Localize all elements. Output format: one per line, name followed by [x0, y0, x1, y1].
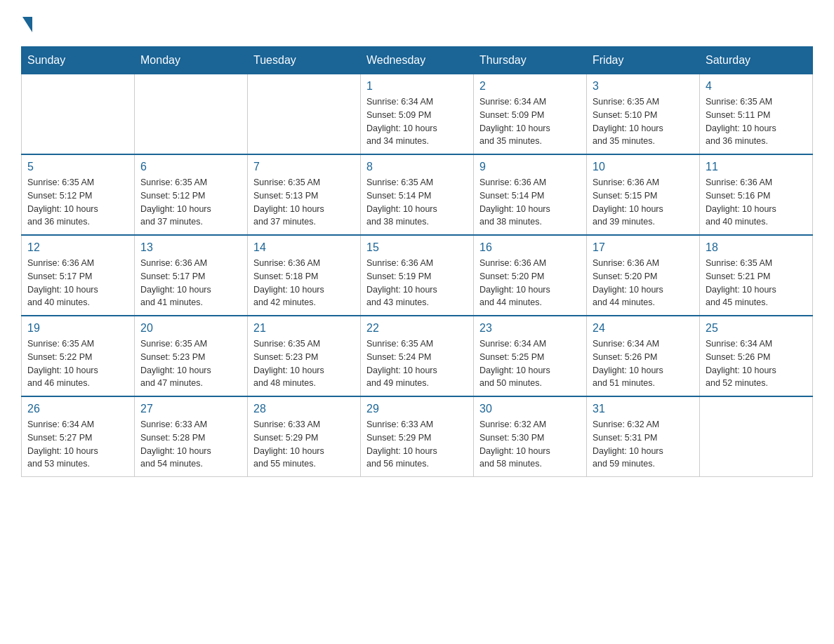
- calendar-cell: 2Sunrise: 6:34 AM Sunset: 5:09 PM Daylig…: [474, 74, 587, 155]
- day-number: 20: [140, 322, 241, 335]
- day-info: Sunrise: 6:34 AM Sunset: 5:27 PM Dayligh…: [27, 418, 128, 471]
- calendar-header-row: SundayMondayTuesdayWednesdayThursdayFrid…: [22, 47, 813, 74]
- day-number: 3: [593, 80, 694, 93]
- day-number: 4: [706, 80, 807, 93]
- day-info: Sunrise: 6:34 AM Sunset: 5:25 PM Dayligh…: [479, 337, 581, 390]
- calendar-cell: 13Sunrise: 6:36 AM Sunset: 5:17 PM Dayli…: [135, 235, 248, 316]
- calendar-cell: [700, 396, 813, 477]
- day-info: Sunrise: 6:35 AM Sunset: 5:12 PM Dayligh…: [27, 176, 128, 229]
- day-info: Sunrise: 6:35 AM Sunset: 5:23 PM Dayligh…: [253, 337, 355, 390]
- calendar-cell: 19Sunrise: 6:35 AM Sunset: 5:22 PM Dayli…: [22, 316, 135, 396]
- day-info: Sunrise: 6:34 AM Sunset: 5:26 PM Dayligh…: [593, 337, 694, 390]
- calendar-cell: 26Sunrise: 6:34 AM Sunset: 5:27 PM Dayli…: [22, 396, 135, 477]
- calendar-week-row: 5Sunrise: 6:35 AM Sunset: 5:12 PM Daylig…: [22, 154, 813, 235]
- page-header: [21, 14, 813, 32]
- day-info: Sunrise: 6:33 AM Sunset: 5:28 PM Dayligh…: [140, 418, 241, 471]
- day-info: Sunrise: 6:35 AM Sunset: 5:14 PM Dayligh…: [366, 176, 468, 229]
- calendar-cell: 7Sunrise: 6:35 AM Sunset: 5:13 PM Daylig…: [248, 154, 361, 235]
- day-info: Sunrise: 6:34 AM Sunset: 5:09 PM Dayligh…: [366, 95, 468, 148]
- calendar-cell: 28Sunrise: 6:33 AM Sunset: 5:29 PM Dayli…: [248, 396, 361, 477]
- day-info: Sunrise: 6:36 AM Sunset: 5:20 PM Dayligh…: [593, 257, 694, 309]
- calendar-week-row: 19Sunrise: 6:35 AM Sunset: 5:22 PM Dayli…: [22, 316, 813, 396]
- day-header-saturday: Saturday: [700, 47, 813, 74]
- day-number: 22: [366, 322, 468, 335]
- calendar-cell: 22Sunrise: 6:35 AM Sunset: 5:24 PM Dayli…: [361, 316, 474, 396]
- day-info: Sunrise: 6:36 AM Sunset: 5:17 PM Dayligh…: [140, 257, 241, 309]
- day-number: 14: [253, 241, 355, 254]
- calendar-cell: 29Sunrise: 6:33 AM Sunset: 5:29 PM Dayli…: [361, 396, 474, 477]
- day-number: 10: [593, 161, 694, 173]
- calendar-cell: 30Sunrise: 6:32 AM Sunset: 5:30 PM Dayli…: [474, 396, 587, 477]
- calendar-cell: 1Sunrise: 6:34 AM Sunset: 5:09 PM Daylig…: [361, 74, 474, 155]
- calendar-cell: 21Sunrise: 6:35 AM Sunset: 5:23 PM Dayli…: [248, 316, 361, 396]
- calendar-table: SundayMondayTuesdayWednesdayThursdayFrid…: [21, 46, 813, 477]
- calendar-cell: 14Sunrise: 6:36 AM Sunset: 5:18 PM Dayli…: [248, 235, 361, 316]
- day-number: 30: [479, 403, 581, 415]
- day-info: Sunrise: 6:35 AM Sunset: 5:21 PM Dayligh…: [706, 257, 807, 309]
- calendar-cell: 8Sunrise: 6:35 AM Sunset: 5:14 PM Daylig…: [361, 154, 474, 235]
- day-info: Sunrise: 6:35 AM Sunset: 5:12 PM Dayligh…: [140, 176, 241, 229]
- day-info: Sunrise: 6:35 AM Sunset: 5:22 PM Dayligh…: [27, 337, 128, 390]
- day-number: 6: [140, 161, 241, 173]
- calendar-cell: [22, 74, 135, 155]
- calendar-cell: 18Sunrise: 6:35 AM Sunset: 5:21 PM Dayli…: [700, 235, 813, 316]
- calendar-cell: [248, 74, 361, 155]
- day-number: 26: [27, 403, 128, 415]
- day-info: Sunrise: 6:36 AM Sunset: 5:16 PM Dayligh…: [706, 176, 807, 229]
- calendar-cell: 31Sunrise: 6:32 AM Sunset: 5:31 PM Dayli…: [587, 396, 700, 477]
- calendar-cell: 11Sunrise: 6:36 AM Sunset: 5:16 PM Dayli…: [700, 154, 813, 235]
- day-info: Sunrise: 6:33 AM Sunset: 5:29 PM Dayligh…: [366, 418, 468, 471]
- day-number: 7: [253, 161, 355, 173]
- day-info: Sunrise: 6:32 AM Sunset: 5:31 PM Dayligh…: [593, 418, 694, 471]
- day-header-thursday: Thursday: [474, 47, 587, 74]
- day-number: 15: [366, 241, 468, 254]
- day-info: Sunrise: 6:33 AM Sunset: 5:29 PM Dayligh…: [253, 418, 355, 471]
- day-number: 9: [479, 161, 581, 173]
- day-header-monday: Monday: [135, 47, 248, 74]
- calendar-cell: 24Sunrise: 6:34 AM Sunset: 5:26 PM Dayli…: [587, 316, 700, 396]
- calendar-cell: 27Sunrise: 6:33 AM Sunset: 5:28 PM Dayli…: [135, 396, 248, 477]
- calendar-cell: 17Sunrise: 6:36 AM Sunset: 5:20 PM Dayli…: [587, 235, 700, 316]
- day-info: Sunrise: 6:34 AM Sunset: 5:09 PM Dayligh…: [479, 95, 581, 148]
- calendar-cell: 10Sunrise: 6:36 AM Sunset: 5:15 PM Dayli…: [587, 154, 700, 235]
- calendar-week-row: 26Sunrise: 6:34 AM Sunset: 5:27 PM Dayli…: [22, 396, 813, 477]
- calendar-cell: 20Sunrise: 6:35 AM Sunset: 5:23 PM Dayli…: [135, 316, 248, 396]
- calendar-week-row: 1Sunrise: 6:34 AM Sunset: 5:09 PM Daylig…: [22, 74, 813, 155]
- day-number: 21: [253, 322, 355, 335]
- calendar-cell: 9Sunrise: 6:36 AM Sunset: 5:14 PM Daylig…: [474, 154, 587, 235]
- day-info: Sunrise: 6:36 AM Sunset: 5:19 PM Dayligh…: [366, 257, 468, 309]
- day-number: 11: [706, 161, 807, 173]
- day-number: 12: [27, 241, 128, 254]
- logo: [21, 14, 32, 32]
- calendar-cell: [135, 74, 248, 155]
- calendar-cell: 3Sunrise: 6:35 AM Sunset: 5:10 PM Daylig…: [587, 74, 700, 155]
- day-number: 19: [27, 322, 128, 335]
- day-number: 17: [593, 241, 694, 254]
- day-number: 23: [479, 322, 581, 335]
- calendar-cell: 12Sunrise: 6:36 AM Sunset: 5:17 PM Dayli…: [22, 235, 135, 316]
- day-info: Sunrise: 6:36 AM Sunset: 5:18 PM Dayligh…: [253, 257, 355, 309]
- day-number: 1: [366, 80, 468, 93]
- calendar-cell: 16Sunrise: 6:36 AM Sunset: 5:20 PM Dayli…: [474, 235, 587, 316]
- calendar-cell: 23Sunrise: 6:34 AM Sunset: 5:25 PM Dayli…: [474, 316, 587, 396]
- day-info: Sunrise: 6:35 AM Sunset: 5:10 PM Dayligh…: [593, 95, 694, 148]
- day-number: 18: [706, 241, 807, 254]
- day-number: 24: [593, 322, 694, 335]
- day-number: 28: [253, 403, 355, 415]
- day-number: 13: [140, 241, 241, 254]
- day-header-tuesday: Tuesday: [248, 47, 361, 74]
- calendar-cell: 5Sunrise: 6:35 AM Sunset: 5:12 PM Daylig…: [22, 154, 135, 235]
- calendar-cell: 4Sunrise: 6:35 AM Sunset: 5:11 PM Daylig…: [700, 74, 813, 155]
- day-number: 31: [593, 403, 694, 415]
- day-number: 8: [366, 161, 468, 173]
- day-info: Sunrise: 6:34 AM Sunset: 5:26 PM Dayligh…: [706, 337, 807, 390]
- day-header-wednesday: Wednesday: [361, 47, 474, 74]
- day-info: Sunrise: 6:32 AM Sunset: 5:30 PM Dayligh…: [479, 418, 581, 471]
- day-info: Sunrise: 6:36 AM Sunset: 5:17 PM Dayligh…: [27, 257, 128, 309]
- day-info: Sunrise: 6:36 AM Sunset: 5:20 PM Dayligh…: [479, 257, 581, 309]
- calendar-cell: 15Sunrise: 6:36 AM Sunset: 5:19 PM Dayli…: [361, 235, 474, 316]
- day-number: 5: [27, 161, 128, 173]
- day-header-sunday: Sunday: [22, 47, 135, 74]
- day-info: Sunrise: 6:36 AM Sunset: 5:15 PM Dayligh…: [593, 176, 694, 229]
- calendar-cell: 25Sunrise: 6:34 AM Sunset: 5:26 PM Dayli…: [700, 316, 813, 396]
